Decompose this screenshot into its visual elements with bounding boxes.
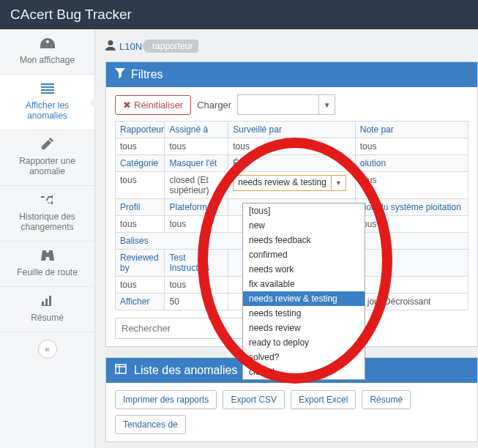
close-icon: ✖: [123, 100, 131, 111]
print-reports-button[interactable]: Imprimer des rapports: [115, 390, 217, 409]
app-title-bar: CAcert Bug Tracker: [0, 0, 478, 29]
etat-option[interactable]: needs feedback: [243, 233, 365, 247]
chevron-down-icon[interactable]: ▼: [318, 95, 335, 114]
issues-title: Liste des anomalies: [134, 364, 237, 377]
filter-header-resolution[interactable]: olution: [355, 155, 468, 172]
filter-header-afficher[interactable]: Afficher: [116, 294, 165, 310]
collapse-sidebar-button[interactable]: «: [38, 340, 57, 359]
filter-value-etat-cell: needs review & testing ▼: [228, 172, 356, 199]
filter-value: tous: [165, 277, 228, 294]
breadcrumb: L10N rapporteur: [105, 40, 478, 53]
bar-chart-icon: [4, 294, 90, 310]
filters-title: Filtres: [131, 68, 163, 81]
filter-value: tous: [116, 138, 165, 155]
filter-value: tous: [116, 172, 165, 199]
etat-option[interactable]: confirmed: [243, 247, 365, 262]
sidebar-item-rapporter[interactable]: Rapporter une anomalie: [0, 130, 94, 186]
filter-header-etat[interactable]: État: [228, 155, 356, 172]
etat-dropdown[interactable]: [tous]newneeds feedbackconfirmedneeds wo…: [242, 203, 365, 380]
etat-option[interactable]: [tous]: [243, 204, 365, 218]
etat-option[interactable]: needs testing: [243, 306, 365, 321]
sidebar: Mon affichage Afficher les anomalies Rap…: [0, 29, 95, 448]
filter-icon: [115, 68, 125, 81]
filter-value: tous: [355, 138, 468, 155]
reset-label: Réinitialiser: [134, 100, 183, 111]
load-label: Charger: [197, 100, 231, 111]
filter-value: tous: [165, 216, 228, 233]
reset-filters-button[interactable]: ✖ Réinitialiser: [115, 95, 191, 115]
resume-button[interactable]: Résumé: [362, 390, 411, 409]
list-icon: [4, 82, 90, 97]
export-excel-button[interactable]: Export Excel: [291, 390, 356, 409]
sidebar-item-historique[interactable]: Historique des changements: [0, 186, 94, 242]
etat-option[interactable]: fix available: [243, 277, 365, 291]
road-icon: [4, 249, 90, 264]
filter-header-assigne[interactable]: Assigné à: [165, 122, 228, 138]
filter-header-masquer[interactable]: Masquer l'ét: [165, 155, 228, 172]
user-icon: [105, 40, 116, 53]
load-filter-input[interactable]: [238, 95, 318, 114]
filter-value: tous: [116, 277, 165, 294]
filter-value: tous: [355, 216, 468, 233]
pencil-icon: [4, 138, 90, 153]
etat-option[interactable]: new: [243, 218, 365, 233]
filter-header-surveille[interactable]: Surveillé par: [228, 122, 356, 138]
filter-header-version[interactable]: sion du système ploitation: [355, 199, 468, 216]
etat-option[interactable]: closed: [243, 365, 365, 379]
filter-value: tous: [228, 138, 356, 155]
sidebar-item-label: Afficher les anomalies: [26, 100, 69, 121]
etat-option[interactable]: needs review: [243, 321, 365, 335]
filter-value-maj: à jour Décroissant: [355, 294, 468, 310]
etat-option[interactable]: solved?: [243, 350, 365, 365]
breadcrumb-role[interactable]: rapporteur: [146, 40, 198, 53]
sidebar-item-label: Feuille de route: [17, 267, 78, 277]
filter-header-note[interactable]: Note par: [355, 122, 468, 138]
filter-header-profil[interactable]: Profil: [116, 199, 165, 216]
filter-value-count: 50: [165, 294, 228, 310]
etat-option[interactable]: needs work: [243, 262, 365, 277]
dashboard-icon: [4, 37, 90, 52]
columns-icon: [115, 364, 127, 377]
filter-header-plateforme[interactable]: Plateforme: [165, 199, 228, 216]
etat-option[interactable]: needs review & testing: [243, 291, 365, 306]
export-button-row: Imprimer des rapports Export CSV Export …: [106, 383, 477, 441]
filter-value: tous: [165, 138, 228, 155]
app-title: CAcert Bug Tracker: [10, 7, 132, 23]
chevron-down-icon[interactable]: ▼: [331, 176, 346, 190]
chevron-left-icon: «: [45, 344, 50, 354]
breadcrumb-user[interactable]: L10N: [105, 40, 142, 53]
sidebar-item-label: Mon affichage: [20, 55, 75, 65]
sidebar-item-label: Résumé: [31, 313, 64, 323]
sidebar-item-afficher-anomalies[interactable]: Afficher les anomalies: [0, 75, 94, 130]
sidebar-item-resume[interactable]: Résumé: [0, 287, 94, 332]
filters-panel-header[interactable]: Filtres: [106, 62, 477, 87]
breadcrumb-username: L10N: [119, 41, 142, 52]
filter-header-reviewed[interactable]: Reviewed by: [116, 250, 165, 277]
export-csv-button[interactable]: Export CSV: [223, 390, 285, 409]
load-filter-combo[interactable]: ▼: [237, 94, 335, 115]
sidebar-item-label: Historique des changements: [19, 212, 75, 232]
sidebar-item-mon-affichage[interactable]: Mon affichage: [0, 29, 94, 75]
filter-value-empty: [355, 277, 468, 294]
sidebar-item-feuille-route[interactable]: Feuille de route: [0, 242, 94, 287]
filter-value: tous: [116, 216, 165, 233]
filter-header-rapporteur[interactable]: Rapporteur: [116, 122, 165, 138]
etat-combo[interactable]: needs review & testing ▼: [233, 175, 346, 191]
trends-button[interactable]: Tendances de: [115, 415, 186, 434]
shuffle-icon: [4, 193, 90, 209]
filter-header-testinstr[interactable]: Test Instructins: [165, 250, 228, 277]
sidebar-item-label: Rapporter une anomalie: [19, 156, 75, 176]
filter-header-empty: [355, 250, 468, 277]
filter-header-categorie[interactable]: Catégorie: [116, 155, 165, 172]
filter-value: tous: [355, 172, 468, 199]
filter-value: closed (Et supérieur): [165, 172, 228, 199]
etat-option[interactable]: ready to deploy: [243, 335, 365, 350]
etat-selected: needs review & testing: [234, 176, 331, 190]
